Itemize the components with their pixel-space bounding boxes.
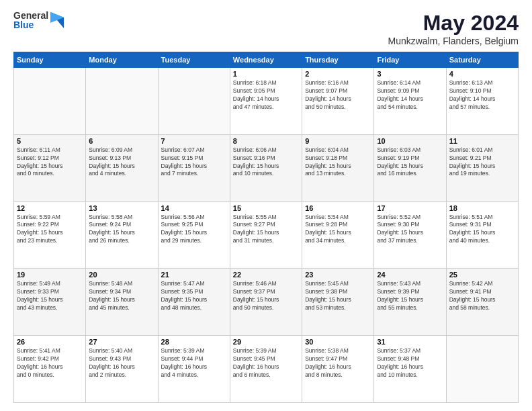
- calendar-cell: 25Sunrise: 5:42 AM Sunset: 9:41 PM Dayli…: [446, 269, 518, 336]
- calendar-cell: 20Sunrise: 5:48 AM Sunset: 9:34 PM Dayli…: [86, 269, 158, 336]
- col-saturday: Saturday: [446, 52, 518, 68]
- calendar-cell: [158, 68, 230, 135]
- day-info: Sunrise: 6:07 AM Sunset: 9:15 PM Dayligh…: [161, 146, 227, 179]
- day-number: 29: [233, 338, 299, 346]
- month-year: May 2024: [388, 11, 519, 36]
- day-info: Sunrise: 5:52 AM Sunset: 9:30 PM Dayligh…: [377, 214, 443, 246]
- calendar-cell: 16Sunrise: 5:54 AM Sunset: 9:28 PM Dayli…: [302, 201, 374, 269]
- day-number: 15: [233, 204, 299, 212]
- calendar-week-3: 19Sunrise: 5:49 AM Sunset: 9:33 PM Dayli…: [14, 269, 519, 336]
- day-info: Sunrise: 6:06 AM Sunset: 9:16 PM Dayligh…: [233, 146, 299, 179]
- col-wednesday: Wednesday: [230, 52, 302, 68]
- day-number: 11: [449, 137, 515, 145]
- calendar-cell: 22Sunrise: 5:46 AM Sunset: 9:37 PM Dayli…: [230, 269, 302, 336]
- day-info: Sunrise: 6:18 AM Sunset: 9:05 PM Dayligh…: [233, 79, 299, 111]
- day-number: 21: [161, 271, 227, 279]
- day-number: 25: [449, 271, 515, 279]
- calendar-cell: 15Sunrise: 5:55 AM Sunset: 9:27 PM Dayli…: [230, 201, 302, 269]
- day-info: Sunrise: 6:03 AM Sunset: 9:19 PM Dayligh…: [377, 146, 443, 179]
- calendar-cell: 24Sunrise: 5:43 AM Sunset: 9:39 PM Dayli…: [374, 269, 446, 336]
- day-info: Sunrise: 6:11 AM Sunset: 9:12 PM Dayligh…: [17, 146, 83, 179]
- calendar-cell: 11Sunrise: 6:01 AM Sunset: 9:21 PM Dayli…: [446, 134, 518, 201]
- calendar-cell: 2Sunrise: 6:16 AM Sunset: 9:07 PM Daylig…: [302, 68, 374, 135]
- calendar-cell: 21Sunrise: 5:47 AM Sunset: 9:35 PM Dayli…: [158, 269, 230, 336]
- calendar-cell: 1Sunrise: 6:18 AM Sunset: 9:05 PM Daylig…: [230, 68, 302, 135]
- col-sunday: Sunday: [14, 52, 86, 68]
- day-info: Sunrise: 5:51 AM Sunset: 9:31 PM Dayligh…: [449, 214, 515, 246]
- day-info: Sunrise: 5:42 AM Sunset: 9:41 PM Dayligh…: [449, 280, 515, 312]
- day-info: Sunrise: 5:54 AM Sunset: 9:28 PM Dayligh…: [305, 214, 371, 246]
- logo-general: General: [13, 11, 48, 20]
- day-number: 1: [233, 70, 299, 78]
- calendar-cell: 31Sunrise: 5:37 AM Sunset: 9:48 PM Dayli…: [374, 336, 446, 403]
- day-info: Sunrise: 6:01 AM Sunset: 9:21 PM Dayligh…: [449, 146, 515, 179]
- calendar-cell: 8Sunrise: 6:06 AM Sunset: 9:16 PM Daylig…: [230, 134, 302, 201]
- logo-icon: [50, 12, 64, 28]
- day-info: Sunrise: 5:37 AM Sunset: 9:48 PM Dayligh…: [377, 347, 443, 379]
- calendar-cell: 6Sunrise: 6:09 AM Sunset: 9:13 PM Daylig…: [86, 134, 158, 201]
- day-number: 12: [17, 204, 83, 212]
- day-info: Sunrise: 5:45 AM Sunset: 9:38 PM Dayligh…: [305, 280, 371, 312]
- day-info: Sunrise: 5:47 AM Sunset: 9:35 PM Dayligh…: [161, 280, 227, 312]
- day-info: Sunrise: 6:04 AM Sunset: 9:18 PM Dayligh…: [305, 146, 371, 179]
- day-info: Sunrise: 5:41 AM Sunset: 9:42 PM Dayligh…: [17, 347, 83, 379]
- day-number: 28: [161, 338, 227, 346]
- day-info: Sunrise: 5:49 AM Sunset: 9:33 PM Dayligh…: [17, 280, 83, 312]
- day-number: 4: [449, 70, 515, 78]
- calendar-week-4: 26Sunrise: 5:41 AM Sunset: 9:42 PM Dayli…: [14, 336, 519, 403]
- calendar-table: Sunday Monday Tuesday Wednesday Thursday…: [13, 52, 519, 403]
- calendar-cell: [14, 68, 86, 135]
- day-info: Sunrise: 5:39 AM Sunset: 9:44 PM Dayligh…: [161, 347, 227, 379]
- calendar-cell: 26Sunrise: 5:41 AM Sunset: 9:42 PM Dayli…: [14, 336, 86, 403]
- day-number: 10: [377, 137, 443, 145]
- day-number: 2: [305, 70, 371, 78]
- day-number: 27: [89, 338, 154, 346]
- calendar-cell: 4Sunrise: 6:13 AM Sunset: 9:10 PM Daylig…: [446, 68, 518, 135]
- col-monday: Monday: [86, 52, 158, 68]
- day-info: Sunrise: 6:16 AM Sunset: 9:07 PM Dayligh…: [305, 79, 371, 111]
- calendar-cell: 27Sunrise: 5:40 AM Sunset: 9:43 PM Dayli…: [86, 336, 158, 403]
- calendar-week-2: 12Sunrise: 5:59 AM Sunset: 9:22 PM Dayli…: [14, 201, 519, 269]
- day-number: 16: [305, 204, 371, 212]
- title-block: May 2024 Munkzwalm, Flanders, Belgium: [388, 11, 519, 46]
- calendar-cell: 9Sunrise: 6:04 AM Sunset: 9:18 PM Daylig…: [302, 134, 374, 201]
- day-number: 18: [449, 204, 515, 212]
- calendar-cell: 3Sunrise: 6:14 AM Sunset: 9:09 PM Daylig…: [374, 68, 446, 135]
- day-number: 9: [305, 137, 371, 145]
- day-number: 31: [377, 338, 443, 346]
- day-info: Sunrise: 5:48 AM Sunset: 9:34 PM Dayligh…: [89, 280, 154, 312]
- day-info: Sunrise: 5:38 AM Sunset: 9:47 PM Dayligh…: [305, 347, 371, 379]
- logo-blue: Blue: [13, 20, 48, 30]
- calendar-cell: 5Sunrise: 6:11 AM Sunset: 9:12 PM Daylig…: [14, 134, 86, 201]
- day-number: 30: [305, 338, 371, 346]
- calendar-cell: 17Sunrise: 5:52 AM Sunset: 9:30 PM Dayli…: [374, 201, 446, 269]
- day-number: 14: [161, 204, 227, 212]
- day-info: Sunrise: 6:14 AM Sunset: 9:09 PM Dayligh…: [377, 79, 443, 111]
- day-number: 7: [161, 137, 227, 145]
- day-info: Sunrise: 5:58 AM Sunset: 9:24 PM Dayligh…: [89, 214, 154, 246]
- col-friday: Friday: [374, 52, 446, 68]
- calendar-cell: 29Sunrise: 5:39 AM Sunset: 9:45 PM Dayli…: [230, 336, 302, 403]
- day-number: 22: [233, 271, 299, 279]
- calendar-cell: 12Sunrise: 5:59 AM Sunset: 9:22 PM Dayli…: [14, 201, 86, 269]
- day-number: 6: [89, 137, 154, 145]
- day-number: 23: [305, 271, 371, 279]
- calendar-cell: 14Sunrise: 5:56 AM Sunset: 9:25 PM Dayli…: [158, 201, 230, 269]
- header-row: Sunday Monday Tuesday Wednesday Thursday…: [14, 52, 519, 68]
- calendar-cell: 30Sunrise: 5:38 AM Sunset: 9:47 PM Dayli…: [302, 336, 374, 403]
- day-info: Sunrise: 6:09 AM Sunset: 9:13 PM Dayligh…: [89, 146, 154, 179]
- header: General Blue May 2024 Munkzwalm, Flander…: [13, 11, 519, 46]
- day-info: Sunrise: 5:56 AM Sunset: 9:25 PM Dayligh…: [161, 214, 227, 246]
- calendar-cell: 18Sunrise: 5:51 AM Sunset: 9:31 PM Dayli…: [446, 201, 518, 269]
- calendar-week-1: 5Sunrise: 6:11 AM Sunset: 9:12 PM Daylig…: [14, 134, 519, 201]
- calendar-cell: 10Sunrise: 6:03 AM Sunset: 9:19 PM Dayli…: [374, 134, 446, 201]
- calendar-week-0: 1Sunrise: 6:18 AM Sunset: 9:05 PM Daylig…: [14, 68, 519, 135]
- day-number: 24: [377, 271, 443, 279]
- day-info: Sunrise: 5:43 AM Sunset: 9:39 PM Dayligh…: [377, 280, 443, 312]
- day-number: 26: [17, 338, 83, 346]
- page: General Blue May 2024 Munkzwalm, Flander…: [0, 0, 532, 411]
- calendar-cell: 13Sunrise: 5:58 AM Sunset: 9:24 PM Dayli…: [86, 201, 158, 269]
- day-number: 3: [377, 70, 443, 78]
- day-info: Sunrise: 5:46 AM Sunset: 9:37 PM Dayligh…: [233, 280, 299, 312]
- day-number: 8: [233, 137, 299, 145]
